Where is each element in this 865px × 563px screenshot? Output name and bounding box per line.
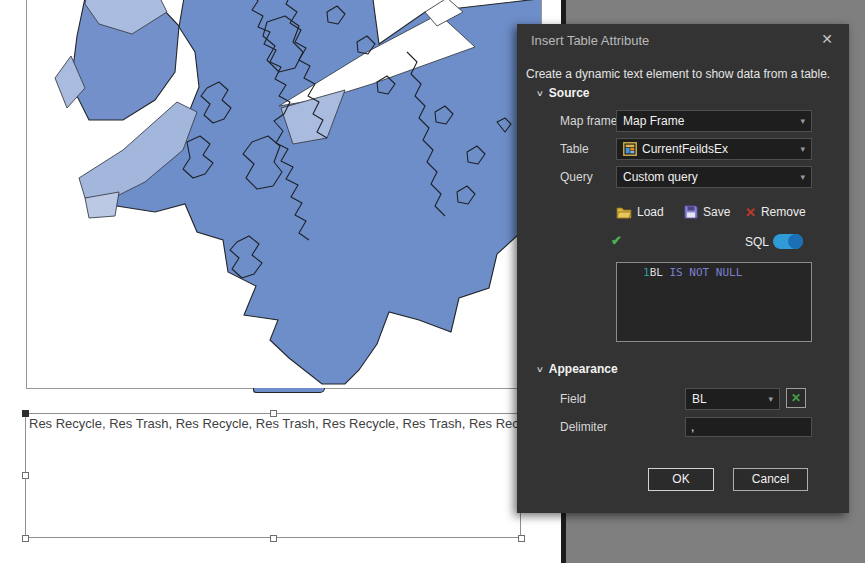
sql-expression-editor[interactable]: 1BL IS NOT NULL <box>616 262 812 342</box>
sql-toggle-knob <box>788 234 803 249</box>
close-icon[interactable]: ✕ <box>817 31 837 47</box>
selection-handle-bottom-left[interactable] <box>22 535 29 542</box>
table-dropdown[interactable]: CurrentFeildsEx ▾ <box>616 138 812 160</box>
section-source[interactable]: ∨ Source <box>537 86 590 100</box>
map-frame[interactable] <box>26 0 542 389</box>
selection-handle-bottom-middle[interactable] <box>270 535 277 542</box>
map-frame-dropdown[interactable]: Map Frame ▾ <box>616 110 812 132</box>
insert-table-attribute-dialog: Insert Table Attribute ✕ Create a dynami… <box>517 24 849 513</box>
selection-handle-bottom-right[interactable] <box>518 535 525 542</box>
dialog-subtitle: Create a dynamic text element to show da… <box>526 67 830 81</box>
remove-button-label: Remove <box>761 205 806 219</box>
sql-line-number: 1 <box>643 266 650 279</box>
load-button-label: Load <box>637 205 664 219</box>
delimiter-value: , <box>691 420 694 434</box>
ok-button[interactable]: OK <box>648 468 714 491</box>
query-dropdown[interactable]: Custom query ▾ <box>616 166 812 188</box>
sql-keyword-token: IS NOT NULL <box>670 266 743 279</box>
map-frame-label: Map frame <box>560 110 617 132</box>
load-button[interactable]: Load <box>616 203 664 221</box>
save-icon <box>684 205 698 219</box>
field-value: BL <box>692 389 763 409</box>
expression-x-icon: ✕ <box>791 391 801 405</box>
remove-x-icon: ✕ <box>745 205 756 220</box>
section-appearance-label: Appearance <box>549 362 618 376</box>
text-element-selection[interactable]: Res Recycle, Res Trash, Res Recycle, Res… <box>25 413 521 538</box>
chevron-down-icon: ∨ <box>536 365 544 374</box>
table-value: CurrentFeildsEx <box>642 139 795 159</box>
sql-toggle-label: SQL <box>745 235 769 249</box>
dropdown-caret-icon: ▾ <box>768 389 773 409</box>
sql-toggle[interactable] <box>773 234 803 249</box>
selection-handle-middle-left[interactable] <box>22 472 29 479</box>
folder-icon <box>616 206 632 219</box>
delimiter-label: Delimiter <box>560 416 607 438</box>
field-dropdown[interactable]: BL ▾ <box>685 388 780 410</box>
section-source-label: Source <box>549 86 590 100</box>
cancel-button[interactable]: Cancel <box>733 468 808 491</box>
set-expression-button[interactable]: ✕ <box>786 388 806 408</box>
table-label: Table <box>560 138 589 160</box>
sql-field-token: BL <box>650 266 663 279</box>
query-label: Query <box>560 166 593 188</box>
dropdown-caret-icon: ▾ <box>800 111 805 131</box>
field-label: Field <box>560 388 586 410</box>
section-appearance[interactable]: ∨ Appearance <box>537 362 618 376</box>
dialog-title: Insert Table Attribute <box>531 33 649 48</box>
selection-handle-top-left[interactable] <box>22 410 29 417</box>
map-frame-value: Map Frame <box>623 111 795 131</box>
dropdown-caret-icon: ▾ <box>800 167 805 187</box>
chevron-down-icon: ∨ <box>536 89 544 98</box>
dropdown-caret-icon: ▾ <box>800 139 805 159</box>
remove-button[interactable]: ✕ Remove <box>745 203 806 221</box>
table-icon <box>623 142 637 156</box>
selection-handle-top-middle[interactable] <box>270 410 277 417</box>
map-image <box>27 0 541 388</box>
save-button-label: Save <box>703 205 730 219</box>
query-value: Custom query <box>623 167 795 187</box>
delimiter-input[interactable]: , <box>685 417 812 437</box>
map-overflow-sliver <box>253 388 325 393</box>
save-button[interactable]: Save <box>684 203 730 221</box>
query-valid-check-icon: ✔ <box>611 233 622 248</box>
